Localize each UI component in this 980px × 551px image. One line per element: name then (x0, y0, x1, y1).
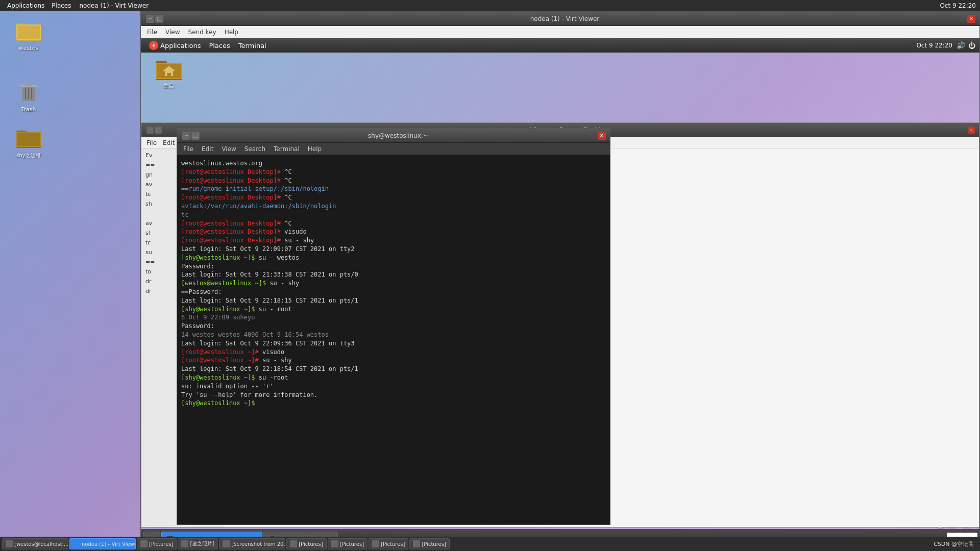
host-tb-pictures3-icon (331, 540, 338, 547)
term-line-11: Last login: Sat Oct 9 22:09:07 CST 2021 … (181, 245, 606, 254)
virt-viewer-close-btn[interactable]: ✕ (967, 15, 975, 23)
term-line-24: [root@westoslinux ~]# su - shy (181, 356, 606, 365)
terminal-maximize-btn[interactable]: □ (191, 132, 200, 140)
host-tb-pictures2-label: [Pictures] (299, 541, 323, 547)
guest-home-label: 主目 (163, 82, 175, 90)
guest-topbar-icons: 🔊 ⏻ (957, 41, 975, 49)
term-file-menu[interactable]: File (179, 143, 198, 155)
host-tb-zuzhizhao-icon (181, 540, 188, 547)
host-tb-virt-label: nodea (1) - Virt Viewer (82, 541, 136, 547)
host-datetime: Oct 9 22:20 (940, 2, 976, 9)
term-line-1: westoslinux.westos.org (181, 159, 606, 168)
guest-home-icon[interactable]: 主目 (151, 58, 187, 90)
term-line-10: [root@westoslinux Desktop]# su - shy (181, 236, 606, 245)
westos-desktop-icon[interactable]: westos (8, 16, 49, 54)
host-tb-pictures2-btn[interactable]: [Pictures] (286, 538, 326, 549)
terminal-minimize-btn[interactable]: ─ (182, 132, 190, 140)
term-view-menu[interactable]: View (217, 143, 240, 155)
host-desktop: westos Trash shy之运维 (0, 11, 140, 537)
shy-folder-icon[interactable]: shy之运维 (8, 123, 49, 161)
guest-terminal-label: Terminal (238, 42, 266, 49)
host-virt-menu[interactable]: nodea (1) - Virt Viewer (75, 2, 153, 9)
term-search-menu[interactable]: Search (240, 143, 270, 155)
host-bottom-right-text: CSDN @空坛高 (934, 540, 974, 548)
host-tb-pictures4-icon (372, 540, 379, 547)
fm-file-menu[interactable]: File (143, 139, 160, 146)
guest-places-btn[interactable]: Places (205, 41, 234, 51)
guest-places-label: Places (209, 42, 230, 49)
host-places-menu[interactable]: Places (47, 2, 75, 9)
term-line-13: Password: (181, 262, 606, 271)
virt-viewer-minimize-btn[interactable]: ─ (146, 15, 154, 23)
svg-rect-3 (17, 26, 40, 39)
power-icon[interactable]: ⏻ (968, 41, 975, 49)
guest-terminal-btn[interactable]: Terminal (234, 41, 271, 51)
term-edit-menu[interactable]: Edit (198, 143, 217, 155)
guest-desktop: ⊕ Applications Places Terminal Oct 9 22:… (141, 38, 979, 550)
terminal-shy-title: shy@westoslinux:~ (200, 132, 597, 139)
host-tb-pictures4-btn[interactable]: [Pictures] (369, 538, 408, 549)
virt-file-menu[interactable]: File (143, 26, 161, 38)
host-tb-pictures1-btn[interactable]: [Pictures] (137, 538, 177, 549)
fm-close-btn[interactable]: ✕ (968, 127, 975, 134)
term-line-27: su: invalid option -- 'r' (181, 382, 606, 391)
term-line-8: [root@westoslinux Desktop]# ^C (181, 219, 606, 228)
shy-folder-label: shy之运维 (16, 152, 40, 159)
trash-icon-label: Trash (21, 106, 36, 113)
term-line-19: 6 Oct 9 22:09 suheyu (181, 313, 606, 322)
fm-minimize-btn[interactable]: ─ (146, 127, 154, 134)
host-apps-label: Applications (7, 2, 44, 9)
host-tb-virt-btn[interactable]: nodea (1) - Virt Viewer (69, 538, 136, 549)
term-line-6: avtack:/var/run/avahi-daemon:/sbin/nolog… (181, 202, 606, 211)
host-tb-pictures5-icon (413, 540, 420, 547)
trash-desktop-icon[interactable]: Trash (8, 78, 49, 115)
fm-maximize-btn[interactable]: □ (155, 127, 162, 134)
host-tb-screenshot-btn[interactable]: [Screenshot from 20... (219, 538, 285, 549)
svg-rect-13 (17, 133, 40, 146)
host-tb-screenshot-icon (223, 540, 230, 547)
term-line-14: Last login: Sat Oct 9 21:33:38 CST 2021 … (181, 270, 606, 279)
host-tb-pictures1-icon (140, 540, 148, 547)
term-line-9: [root@westoslinux Desktop]# visudo (181, 228, 606, 236)
term-line-26: [shy@westoslinux ~]$ su -root (181, 373, 606, 382)
virt-viewer-window: ─ □ nodea (1) - Virt Viewer ✕ File View … (140, 11, 980, 551)
host-apps-menu[interactable]: Applications (4, 2, 47, 9)
term-line-4: ==run/gnome-initial-setup/:/sbin/nologin (181, 185, 606, 193)
guest-datetime: Oct 9 22:20 (271, 42, 957, 49)
host-bottom-right: CSDN @空坛高 (934, 540, 978, 548)
virt-sendkey-menu[interactable]: Send key (184, 26, 220, 38)
terminal-shy-window: ─ □ shy@westoslinux:~ ✕ File Edit View S… (177, 128, 610, 525)
host-tb-zuzhizhao-btn[interactable]: [途之照片] (178, 538, 218, 549)
host-tb-westos-btn[interactable]: [westos@localhost:... (2, 538, 68, 549)
virt-viewer-menubar: File View Send key Help (141, 26, 979, 38)
shy-folder-img (16, 126, 41, 150)
terminal-content[interactable]: westoslinux.westos.org [root@westoslinux… (177, 155, 610, 524)
terminal-menubar: File Edit View Search Terminal Help (177, 143, 610, 155)
term-help-menu[interactable]: Help (304, 143, 326, 155)
term-line-2: [root@westoslinux Desktop]# ^C (181, 168, 606, 177)
guest-apps-btn[interactable]: ⊕ Applications (145, 40, 205, 51)
gnome-foot-icon: ⊕ (149, 41, 158, 50)
term-terminal-menu[interactable]: Terminal (270, 143, 304, 155)
guest-apps-label: Applications (160, 42, 201, 49)
fm-edit-menu[interactable]: Edit (160, 139, 178, 146)
terminal-close-btn[interactable]: ✕ (598, 132, 606, 140)
term-line-17: Last login: Sat Oct 9 22:18:15 CST 2021 … (181, 296, 606, 305)
virt-view-menu[interactable]: View (161, 26, 184, 38)
host-tb-westos-icon (6, 540, 13, 547)
virt-help-menu[interactable]: Help (220, 26, 242, 38)
host-tb-pictures4-label: [Pictures] (381, 541, 405, 547)
term-line-18: [shy@westoslinux ~]$ su - root (181, 305, 606, 314)
guest-topbar: ⊕ Applications Places Terminal Oct 9 22:… (141, 38, 979, 53)
volume-icon[interactable]: 🔊 (957, 41, 965, 49)
host-taskbar: Applications Places nodea (1) - Virt Vie… (0, 0, 980, 11)
host-tb-pictures5-btn[interactable]: [Pictures] (409, 538, 449, 549)
term-line-21: 14 westos westos 4096 Oct 9 16:54 westos (181, 331, 606, 339)
host-tb-pictures3-btn[interactable]: [Pictures] (328, 538, 368, 549)
host-tb-zuzhizhao-label: [途之照片] (190, 540, 214, 547)
term-line-16: ==Password: (181, 288, 606, 296)
term-line-20: Password: (181, 322, 606, 331)
virt-viewer-maximize-btn[interactable]: □ (155, 15, 163, 23)
svg-rect-6 (26, 83, 32, 86)
term-line-12: [shy@westoslinux ~]$ su - westos (181, 254, 606, 262)
